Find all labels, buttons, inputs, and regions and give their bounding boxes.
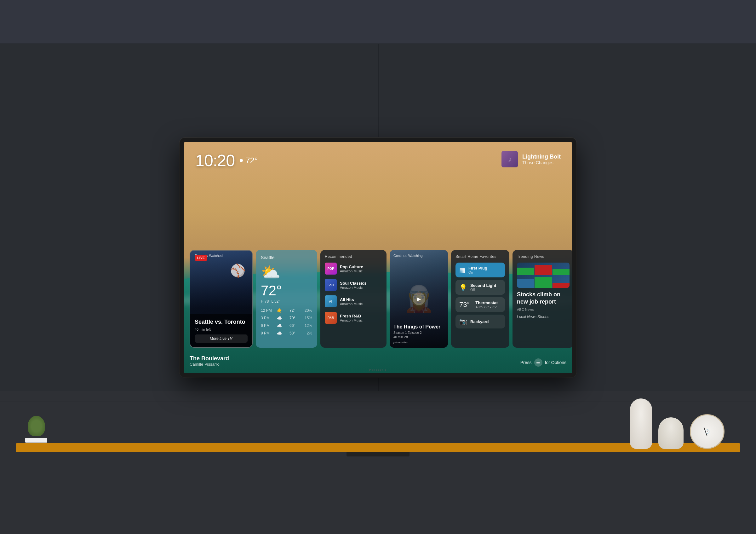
tv-header: 10:20 72° Lightning Bolt Those Changes — [184, 142, 572, 170]
continue-watching-widget[interactable]: 🧝 Continue Watching ▶ The Rings of Power… — [390, 250, 448, 348]
continue-watching-label: Continue Watching — [393, 254, 423, 258]
artichoke-decor — [28, 416, 45, 436]
music-art-randb: R&B — [325, 312, 337, 324]
now-playing-info: Lightning Bolt Those Changes — [522, 154, 561, 165]
thermostat-info: Thermostat Auto 72° - 75° — [475, 300, 501, 309]
footer-artwork-info: The Boulevard Camille Pissarro — [190, 355, 229, 367]
tv-brand-label: Panasonic — [369, 369, 387, 371]
news-source: ABC News — [517, 308, 570, 311]
decor-left — [25, 416, 47, 442]
forecast-row-2: 3 PM ☁️ 70° 15% — [261, 316, 312, 321]
weather-high: H 78° — [261, 299, 270, 304]
music-item-randb[interactable]: R&B Fresh R&B Amazon Music — [325, 312, 382, 324]
weather-city: Seattle — [261, 255, 312, 260]
play-button[interactable]: ▶ — [413, 293, 425, 305]
forecast-time-1: 12 PM — [261, 308, 272, 313]
music-title-randb: Fresh R&B — [340, 314, 382, 318]
forecast-temp-3: 66° — [287, 323, 298, 328]
device-backyard[interactable]: 📷 Backyard — [455, 315, 505, 328]
music-art-popculture: POP — [325, 263, 337, 274]
recommended-title: Recommended — [325, 254, 382, 259]
show-title: The Rings of Power — [393, 324, 444, 330]
camera-icon: 📷 — [459, 318, 467, 325]
now-playing-artist: Those Changes — [522, 160, 561, 165]
music-art-allhits: All — [325, 295, 337, 307]
music-info-soul: Soul Classics Amazon Music — [340, 281, 382, 289]
forecast-pct-4: 2% — [303, 331, 312, 335]
music-sub-soul: Amazon Music — [340, 286, 382, 289]
tv-footer: The Boulevard Camille Pissarro Press ☰ f… — [190, 355, 566, 367]
music-item-soul[interactable]: Soul Soul Classics Amazon Music — [325, 279, 382, 291]
music-title-allhits: All Hits — [340, 297, 382, 302]
recently-watched-widget[interactable]: Recently Watched LIVE Seattle vs. Toront… — [190, 250, 253, 348]
music-art-soul: Soul — [325, 279, 337, 291]
second-light-status: Off — [470, 288, 501, 292]
music-sub-randb: Amazon Music — [340, 318, 382, 322]
music-info-popculture: Pop Culture Amazon Music — [340, 265, 382, 273]
tall-vase-decor — [630, 399, 652, 449]
forecast-icon-1: ☀️ — [277, 308, 282, 313]
forecast-temp-2: 70° — [287, 316, 298, 320]
thermostat-temp: 73° — [459, 301, 470, 309]
local-news-link[interactable]: Local News Stories — [517, 315, 570, 319]
device-second-light[interactable]: 💡 Second Light Off — [455, 280, 505, 295]
weather-hilo: H 78° L 52° — [261, 299, 312, 304]
more-live-tv-button[interactable]: More Live TV — [195, 334, 248, 343]
episode-info: Season 1 Episode 2 — [393, 331, 444, 334]
music-info-allhits: All Hits Amazon Music — [340, 297, 382, 306]
continue-info: The Rings of Power Season 1 Episode 2 40… — [390, 320, 448, 348]
music-title-popculture: Pop Culture — [340, 265, 382, 269]
light-icon: 💡 — [459, 284, 467, 291]
trending-news-title: Trending News — [517, 254, 570, 259]
plug-icon: ▦ — [459, 267, 465, 274]
options-press-text: Press — [520, 360, 532, 365]
widgets-row: Recently Watched LIVE Seattle vs. Toront… — [184, 250, 572, 348]
forecast-row-4: 9 PM ☁️ 58° 2% — [261, 331, 312, 336]
options-suffix-text: for Options — [545, 360, 566, 365]
first-plug-name: First Plug — [469, 266, 501, 270]
game-title: Seattle vs. Toronto — [195, 319, 248, 325]
weather-forecast: 12 PM ☀️ 72° 20% 3 PM ☁️ 70° 15% 6 PM ☁️ — [261, 308, 312, 336]
forecast-time-2: 3 PM — [261, 316, 272, 320]
device-thermostat[interactable]: 73° Thermostat Auto 72° - 75° — [455, 297, 505, 312]
options-menu-icon: ☰ — [534, 358, 542, 367]
music-sub-popculture: Amazon Music — [340, 269, 382, 273]
weather-dot-icon — [240, 159, 243, 162]
music-info-randb: Fresh R&B Amazon Music — [340, 314, 382, 322]
forecast-row-3: 6 PM ☁️ 66° 12% — [261, 323, 312, 328]
trending-news-widget: Trending News Stocks climb on new job re… — [512, 250, 572, 348]
time-left: 40 min left — [195, 327, 248, 331]
smart-home-widget: Smart Home Favorites ▦ First Plug On 💡 S… — [451, 250, 509, 348]
now-playing-artwork — [501, 151, 518, 167]
wall-panel-top — [0, 0, 756, 44]
now-playing-widget[interactable]: Lightning Bolt Those Changes — [501, 151, 561, 167]
clock-decor: 🕙 — [690, 414, 724, 449]
artwork-artist: Camille Pissarro — [190, 362, 229, 367]
decor-right: 🕙 — [630, 399, 724, 449]
music-item-allhits[interactable]: All All Hits Amazon Music — [325, 295, 382, 307]
stock-grid — [517, 263, 570, 288]
tv-screen-container: 10:20 72° Lightning Bolt Those Changes — [179, 138, 577, 377]
thermostat-status: Auto 72° - 75° — [475, 305, 501, 309]
device-first-plug[interactable]: ▦ First Plug On — [455, 263, 505, 277]
tv-stand — [346, 452, 410, 457]
forecast-icon-3: ☁️ — [277, 323, 282, 328]
second-light-info: Second Light Off — [470, 283, 501, 292]
artwork-title: The Boulevard — [190, 355, 229, 362]
temperature-display: 72° — [245, 156, 258, 165]
weather-low: L 52° — [272, 299, 280, 304]
forecast-pct-3: 12% — [303, 323, 312, 328]
music-title-soul: Soul Classics — [340, 281, 382, 286]
first-plug-info: First Plug On — [469, 266, 501, 274]
forecast-icon-2: ☁️ — [277, 316, 282, 321]
music-item-popculture[interactable]: POP Pop Culture Amazon Music — [325, 263, 382, 274]
forecast-time-4: 9 PM — [261, 331, 272, 335]
forecast-pct-1: 20% — [303, 308, 312, 313]
header-left: 10:20 72° — [195, 151, 258, 170]
forecast-time-3: 6 PM — [261, 323, 272, 328]
provider-badge: prime video — [393, 341, 444, 344]
short-vase-decor — [658, 417, 684, 449]
news-headline: Stocks climb on new job report — [517, 291, 570, 305]
weather-icon-large: ⛅ — [261, 263, 312, 282]
second-light-name: Second Light — [470, 283, 501, 288]
